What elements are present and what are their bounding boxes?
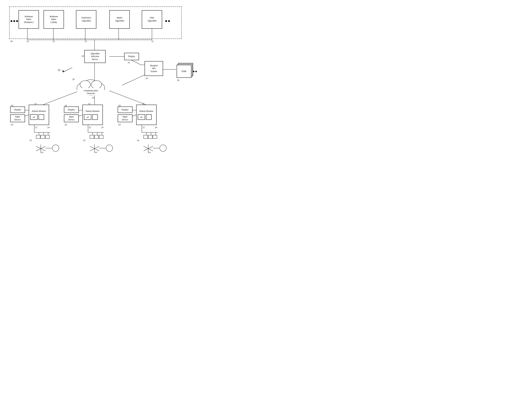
tms-box: TMS Algorithm <box>142 10 162 29</box>
svg-point-68 <box>91 81 102 89</box>
display1-box: Display <box>10 106 25 113</box>
svg-rect-24 <box>41 135 45 139</box>
svg-line-46 <box>36 146 45 151</box>
dots-left: ●●● <box>10 19 19 23</box>
svg-rect-45 <box>153 135 157 139</box>
label-32a: 32 <box>27 40 29 43</box>
svg-rect-33 <box>90 135 94 139</box>
input2-box: Input Device <box>64 114 79 122</box>
label-28: 28 <box>82 55 84 58</box>
ehr-box-front: EHR <box>177 65 191 78</box>
label-14a: 14 <box>41 151 43 154</box>
arrow-10 <box>59 66 74 73</box>
rothman-ped-box: Rothman Index (Pediatric) <box>19 10 39 29</box>
label-22b: 22 <box>89 126 91 129</box>
visensia-box: VISENSIA Algorithm <box>76 10 96 29</box>
sensor-box-2a <box>92 114 98 120</box>
label-12c: 12 <box>142 102 144 105</box>
label-22a: 22 <box>35 126 37 129</box>
hero-box: HeRO Algorithm <box>109 10 130 29</box>
label-24c: 24 <box>155 126 157 129</box>
svg-line-52 <box>90 146 99 151</box>
svg-rect-35 <box>99 135 103 139</box>
svg-line-72 <box>63 68 72 72</box>
label-24b: 24 <box>101 126 103 129</box>
display-top-box: Display <box>124 53 139 60</box>
label-34: 34 <box>145 77 148 80</box>
label-32d: 32 <box>151 40 154 43</box>
svg-point-67 <box>80 81 90 89</box>
svg-rect-25 <box>45 135 49 139</box>
label-14c: 14 <box>148 151 151 154</box>
display3-box: Display <box>118 106 133 113</box>
label-16b: 16 <box>83 139 86 142</box>
label-18d: 18 <box>118 104 121 107</box>
mu-p2-box: μP <box>84 114 91 120</box>
svg-rect-34 <box>95 135 99 139</box>
label-32c: 32 <box>85 40 87 43</box>
mu-p3-box: μP <box>138 114 145 120</box>
label-12b: 12 <box>88 102 90 105</box>
svg-text:Network: Network <box>87 92 95 95</box>
svg-line-11 <box>122 73 148 85</box>
svg-line-51 <box>90 146 99 151</box>
label-16c: 16 <box>137 139 139 142</box>
patient-monitor2-box: Patient Monitor μP <box>83 105 103 125</box>
label-16a: 16 <box>29 139 32 142</box>
sensor-box-3a <box>146 114 152 120</box>
hospital-info-box: Hospital Info System <box>144 61 163 76</box>
label-20b: 20 <box>65 123 67 126</box>
svg-line-57 <box>144 146 153 151</box>
algorithm-selection-box: Algorithm Selection Device <box>84 50 106 63</box>
svg-marker-73 <box>62 70 65 72</box>
dots-right: ●● <box>165 19 171 23</box>
label-18b: 18 <box>65 104 67 107</box>
patient-monitor3-box: Patient Monitor μP <box>136 105 157 125</box>
rothman-adult-box: Rothman Index (Adult) <box>44 10 64 29</box>
label-30: 30 <box>10 40 13 43</box>
diagram: ●●● Rothman Index (Pediatric) Rothman In… <box>0 0 222 170</box>
sensor-box-1a <box>38 114 44 120</box>
label-61: 61 <box>128 61 130 64</box>
label-22c: 22 <box>142 126 145 129</box>
label-20c: 20 <box>118 123 121 126</box>
display2-box: Display <box>64 106 79 113</box>
label-12a: 12 <box>34 102 37 105</box>
patient-monitor1-box: Patient Monitor μP <box>29 105 49 125</box>
svg-text:Communication: Communication <box>84 89 98 92</box>
label-18a: 18 <box>11 104 13 107</box>
svg-point-50 <box>52 145 59 151</box>
svg-rect-44 <box>148 135 152 139</box>
svg-rect-43 <box>144 135 148 139</box>
input3-box: Input Device <box>118 114 133 122</box>
label-14b: 14 <box>95 151 97 154</box>
input1-box: Input Device <box>10 114 25 122</box>
dots-ehr: ●● <box>193 69 198 73</box>
label-36: 36 <box>177 79 179 82</box>
label-26: 26 <box>72 78 75 81</box>
mu-p1-box: μP <box>30 114 38 120</box>
communication-network: Communication Network <box>72 77 109 97</box>
svg-point-60 <box>160 145 166 151</box>
label-32b: 32 <box>52 40 55 43</box>
svg-line-56 <box>144 146 153 151</box>
svg-point-55 <box>106 145 113 151</box>
svg-line-47 <box>36 146 45 151</box>
label-20a: 20 <box>11 123 13 126</box>
label-18c: 18 <box>92 96 94 99</box>
label-24a: 24 <box>47 126 50 129</box>
svg-rect-23 <box>36 135 40 139</box>
